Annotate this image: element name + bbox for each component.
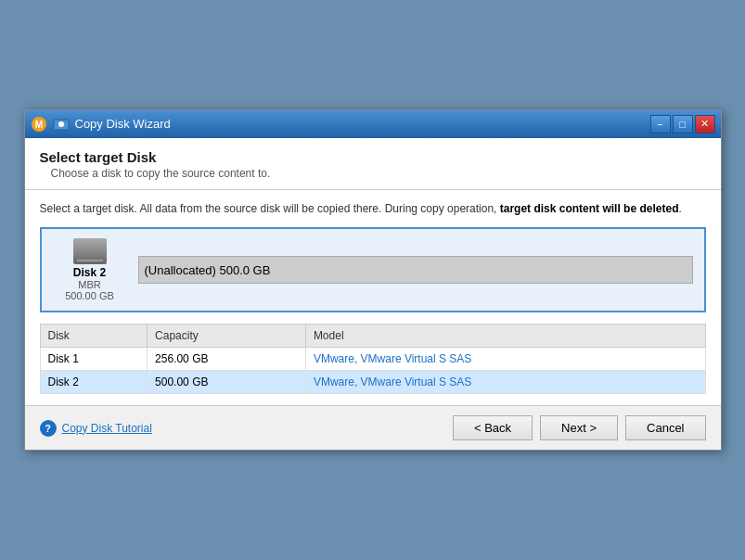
cancel-button[interactable]: Cancel xyxy=(625,415,705,440)
help-icon[interactable]: ? xyxy=(40,420,57,437)
disk-bar-label: (Unallocated) xyxy=(145,263,216,277)
close-button[interactable]: ✕ xyxy=(695,115,715,134)
info-text-part1: Select a target disk. All data from the … xyxy=(40,202,500,215)
disk-bar: (Unallocated) 500.0 GB xyxy=(138,256,693,284)
next-button[interactable]: Next > xyxy=(540,415,618,440)
disk-table: Disk Capacity Model Disk 1 256.00 GB VMw… xyxy=(40,324,706,394)
header-title: Select target Disk xyxy=(40,149,706,165)
table-row[interactable]: Disk 1 256.00 GB VMware, VMware Virtual … xyxy=(40,348,705,371)
col-disk: Disk xyxy=(40,325,148,348)
maximize-button[interactable]: □ xyxy=(673,115,693,134)
info-text-bold: target disk content will be deleted xyxy=(500,202,679,215)
tutorial-link[interactable]: Copy Disk Tutorial xyxy=(62,422,152,435)
disk-icon-area: Disk 2 MBR 500.00 GB xyxy=(53,238,127,301)
minimize-button[interactable]: − xyxy=(650,115,671,134)
selected-disk-card: Disk 2 MBR 500.00 GB (Unallocated) 500.0… xyxy=(40,227,706,312)
window-title: Copy Disk Wizard xyxy=(75,117,645,131)
table-row[interactable]: Disk 2 500.00 GB VMware, VMware Virtual … xyxy=(40,371,705,394)
copy-disk-wizard-window: M Copy Disk Wizard − □ ✕ Select target D… xyxy=(24,109,722,452)
app-icon: M xyxy=(31,116,47,133)
row2-model: VMware, VMware Virtual S SAS xyxy=(305,371,705,394)
disk-bar-area: (Unallocated) 500.0 GB xyxy=(138,256,693,284)
disk-card-size: 500.00 GB xyxy=(65,290,114,301)
disk-card-type: MBR xyxy=(78,279,100,290)
footer-buttons: < Back Next > Cancel xyxy=(453,415,706,440)
header-section: Select target Disk Choose a disk to copy… xyxy=(25,138,721,190)
wizard-icon xyxy=(53,116,70,133)
info-text: Select a target disk. All data from the … xyxy=(40,201,706,217)
footer-section: ? Copy Disk Tutorial < Back Next > Cance… xyxy=(25,405,721,450)
row1-disk: Disk 1 xyxy=(40,348,148,371)
footer-left: ? Copy Disk Tutorial xyxy=(40,420,152,437)
col-capacity: Capacity xyxy=(148,325,306,348)
disk-card-name: Disk 2 xyxy=(73,266,106,279)
table-header-row: Disk Capacity Model xyxy=(40,325,705,348)
col-model: Model xyxy=(305,325,705,348)
row2-capacity: 500.00 GB xyxy=(148,371,306,394)
content-area: Select a target disk. All data from the … xyxy=(25,190,721,406)
disk-icon xyxy=(73,238,107,264)
window-controls: − □ ✕ xyxy=(650,115,715,134)
row1-capacity: 256.00 GB xyxy=(148,348,306,371)
row2-disk: Disk 2 xyxy=(40,371,148,394)
header-subtitle: Choose a disk to copy the source content… xyxy=(51,167,706,180)
row1-model: VMware, VMware Virtual S SAS xyxy=(305,348,705,371)
disk-bar-size: 500.0 GB xyxy=(219,263,270,277)
svg-point-3 xyxy=(58,121,64,127)
back-button[interactable]: < Back xyxy=(453,415,533,440)
info-text-part2: . xyxy=(678,202,681,215)
title-bar: M Copy Disk Wizard − □ ✕ xyxy=(25,110,721,138)
svg-text:M: M xyxy=(34,120,42,130)
